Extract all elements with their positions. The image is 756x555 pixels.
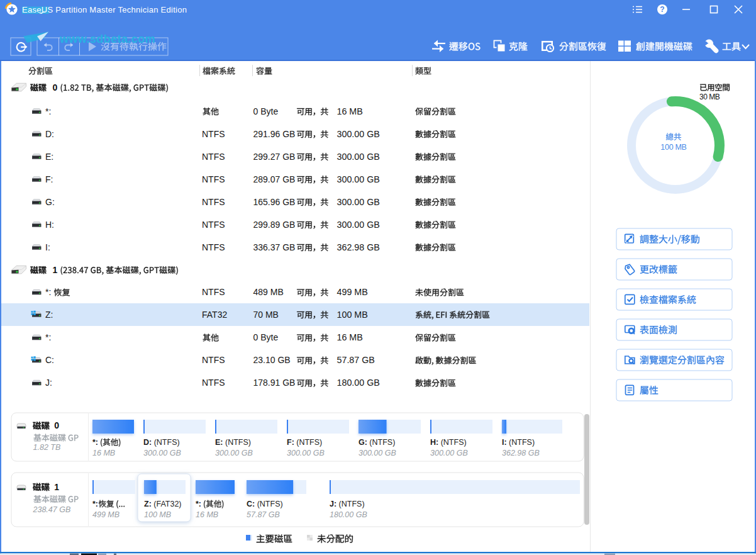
svg-text:16 MB: 16 MB — [337, 106, 363, 116]
svg-text:*:: *: — [45, 106, 51, 116]
svg-text:*:: *: — [92, 438, 98, 447]
svg-text:C:: C: — [45, 355, 54, 365]
svg-text:362.98 GB: 362.98 GB — [502, 449, 540, 457]
svg-text:NTFS: NTFS — [202, 355, 225, 365]
svg-text:300.00 GB: 300.00 GB — [337, 197, 380, 207]
svg-text:238.47 GB: 238.47 GB — [33, 505, 71, 514]
svg-text:EaseUS Partition Master Techni: EaseUS Partition Master Technician Editi… — [22, 5, 187, 14]
svg-text:NTFS: NTFS — [202, 242, 225, 252]
svg-text:?: ? — [660, 5, 664, 14]
svg-text:300.00 GB: 300.00 GB — [337, 152, 380, 162]
svg-text:299.89 GB: 299.89 GB — [253, 220, 296, 230]
svg-text:*:: *: — [92, 500, 98, 508]
svg-text:300.00 GB: 300.00 GB — [337, 174, 380, 184]
svg-text:16 MB: 16 MB — [92, 449, 115, 457]
svg-text:291.96 GB: 291.96 GB — [253, 129, 296, 139]
svg-text:J:: J: — [45, 378, 52, 388]
svg-text:70 MB: 70 MB — [253, 310, 279, 320]
svg-text:300.00 GB: 300.00 GB — [359, 449, 396, 457]
svg-text:499 MB: 499 MB — [92, 510, 120, 519]
svg-text:G:: G: — [45, 197, 55, 207]
svg-text:H: (NTFS): H: (NTFS) — [430, 438, 467, 447]
svg-text:57.87 GB: 57.87 GB — [247, 510, 280, 519]
svg-text:300.00 GB: 300.00 GB — [215, 449, 253, 457]
svg-text:300.00 GB: 300.00 GB — [337, 220, 380, 230]
svg-text:1: 1 — [54, 482, 59, 492]
svg-text:NTFS: NTFS — [202, 174, 225, 184]
svg-text:165.96 GB: 165.96 GB — [253, 197, 296, 207]
svg-text:E: (NTFS): E: (NTFS) — [215, 438, 251, 447]
svg-text:300.00 GB: 300.00 GB — [337, 129, 380, 139]
svg-text:D:: D: — [45, 129, 54, 139]
svg-text:F: (NTFS): F: (NTFS) — [287, 438, 322, 447]
svg-text:0 Byte: 0 Byte — [253, 106, 279, 116]
svg-text:0 Byte: 0 Byte — [253, 332, 279, 342]
svg-text:57.87 GB: 57.87 GB — [337, 355, 375, 365]
svg-text:100 MB: 100 MB — [337, 310, 368, 320]
svg-text:180.00 GB: 180.00 GB — [330, 510, 367, 519]
svg-text:FAT32: FAT32 — [202, 310, 227, 320]
svg-text:NTFS: NTFS — [202, 378, 225, 388]
svg-text:NTFS: NTFS — [202, 152, 225, 162]
svg-text:0: 0 — [53, 82, 58, 92]
svg-text:G: (NTFS): G: (NTFS) — [359, 438, 395, 447]
svg-text:C: (NTFS): C: (NTFS) — [247, 500, 283, 508]
svg-text:16 MB: 16 MB — [337, 332, 363, 342]
svg-text:100 MB: 100 MB — [660, 143, 686, 152]
svg-text:1: 1 — [53, 265, 58, 275]
svg-text:300.00 GB: 300.00 GB — [287, 449, 325, 457]
svg-text:289.07 GB: 289.07 GB — [253, 174, 296, 184]
svg-text:*:: *: — [45, 287, 51, 297]
svg-text:362.98 GB: 362.98 GB — [337, 242, 380, 252]
svg-text:NTFS: NTFS — [202, 197, 225, 207]
svg-text:0: 0 — [54, 420, 59, 430]
svg-text:100 MB: 100 MB — [144, 510, 171, 519]
svg-text:H:: H: — [45, 220, 54, 230]
svg-text:1.82 TB: 1.82 TB — [33, 443, 61, 452]
svg-text:Z:: Z: — [45, 310, 53, 320]
svg-text:299.27 GB: 299.27 GB — [253, 152, 296, 162]
svg-text:www.sdbeta.com: www.sdbeta.com — [59, 33, 155, 45]
svg-text:*:: *: — [45, 332, 51, 342]
svg-text:180.00 GB: 180.00 GB — [337, 378, 380, 388]
svg-text:Z: (FAT32): Z: (FAT32) — [144, 500, 182, 508]
svg-text:23.10 GB: 23.10 GB — [253, 355, 291, 365]
svg-text:*:: *: — [196, 500, 201, 508]
svg-text:300.00 GB: 300.00 GB — [143, 449, 181, 457]
svg-text:NTFS: NTFS — [202, 129, 225, 139]
svg-text:178.91 GB: 178.91 GB — [253, 378, 296, 388]
svg-text:I:: I: — [45, 242, 50, 252]
svg-text:336.37 GB: 336.37 GB — [253, 242, 296, 252]
svg-text:30 MB: 30 MB — [699, 92, 720, 101]
svg-text:499 MB: 499 MB — [337, 287, 368, 297]
svg-text:D: (NTFS): D: (NTFS) — [143, 438, 180, 447]
svg-text:489 MB: 489 MB — [253, 287, 284, 297]
svg-text:F:: F: — [45, 174, 53, 184]
svg-text:16 MB: 16 MB — [196, 510, 218, 519]
svg-text:NTFS: NTFS — [202, 220, 225, 230]
svg-text:300.00 GB: 300.00 GB — [430, 449, 468, 457]
svg-text:E:: E: — [45, 152, 53, 162]
svg-text:I: (NTFS): I: (NTFS) — [502, 438, 535, 447]
svg-text:J: (NTFS): J: (NTFS) — [330, 500, 365, 508]
svg-text:NTFS: NTFS — [202, 287, 225, 297]
